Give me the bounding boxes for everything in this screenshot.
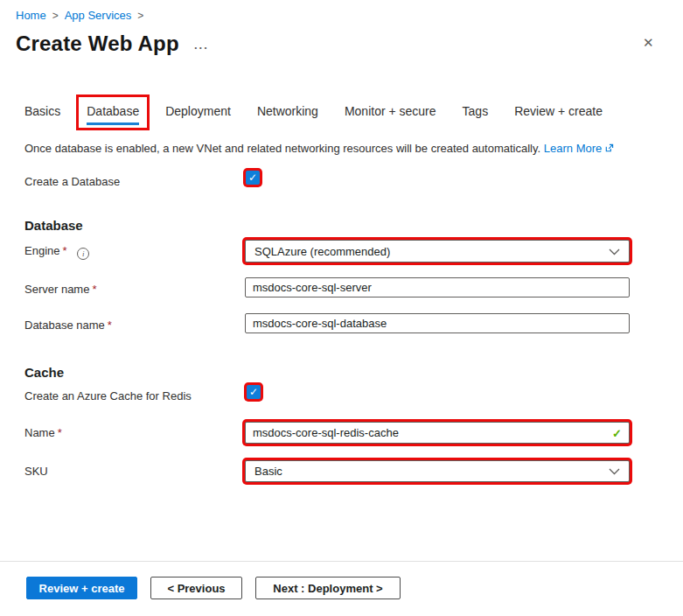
- database-name-label: Database name*: [24, 318, 112, 332]
- chevron-down-icon: [609, 245, 620, 258]
- create-redis-label: Create an Azure Cache for Redis: [24, 389, 192, 402]
- required-asterisk: *: [92, 283, 96, 296]
- next-deployment-button[interactable]: Next : Deployment >: [255, 577, 401, 599]
- sku-select[interactable]: Basic: [245, 460, 630, 482]
- tab-database-annotation-box: Database: [76, 94, 150, 130]
- server-name-input[interactable]: [245, 277, 630, 298]
- external-link-icon: [604, 143, 614, 156]
- vnet-notice: Once database is enabled, a new VNet and…: [24, 142, 614, 156]
- engine-label: Engine* i: [24, 244, 89, 260]
- create-database-checkbox[interactable]: ✓: [246, 171, 260, 185]
- breadcrumb-app-services[interactable]: App Services: [65, 9, 132, 22]
- tab-review-create[interactable]: Review + create: [514, 102, 603, 120]
- database-section-header: Database: [24, 218, 83, 233]
- tab-monitor-secure[interactable]: Monitor + secure: [345, 102, 436, 120]
- sku-label: SKU: [24, 465, 48, 478]
- breadcrumb-separator-icon: >: [52, 10, 59, 22]
- create-web-app-page: Home > App Services > Create Web App ...…: [0, 0, 683, 616]
- tab-database[interactable]: Database: [87, 104, 139, 118]
- create-database-label: Create a Database: [24, 175, 120, 188]
- more-options-icon[interactable]: ...: [194, 38, 209, 52]
- required-asterisk: *: [108, 318, 112, 332]
- required-asterisk: *: [62, 244, 66, 257]
- create-redis-checkbox[interactable]: ✓: [247, 385, 261, 399]
- engine-select[interactable]: SQLAzure (recommended): [245, 240, 630, 262]
- breadcrumb-home[interactable]: Home: [16, 9, 46, 22]
- required-asterisk: *: [58, 426, 62, 439]
- footer-divider: [0, 561, 683, 562]
- cache-section-header: Cache: [24, 365, 64, 380]
- vnet-notice-text: Once database is enabled, a new VNet and…: [24, 142, 540, 155]
- page-title: Create Web App: [16, 32, 179, 56]
- review-create-button[interactable]: Review + create: [26, 577, 137, 599]
- tab-deployment[interactable]: Deployment: [165, 102, 231, 120]
- tab-networking[interactable]: Networking: [257, 102, 318, 120]
- tab-basics[interactable]: Basics: [24, 102, 60, 120]
- checkmark-icon: ✓: [248, 172, 257, 183]
- server-name-label: Server name*: [24, 283, 96, 296]
- close-icon[interactable]: ✕: [643, 36, 654, 49]
- active-tab-underline: [87, 122, 139, 125]
- previous-button[interactable]: < Previous: [150, 577, 242, 599]
- chevron-down-icon: [609, 465, 620, 478]
- tab-tags[interactable]: Tags: [463, 102, 489, 120]
- validation-check-icon: ✓: [612, 427, 622, 440]
- breadcrumb-separator-icon: >: [137, 10, 143, 22]
- cache-name-input[interactable]: [245, 422, 630, 444]
- cache-name-label: Name*: [24, 426, 62, 439]
- breadcrumb: Home > App Services >: [16, 9, 143, 22]
- wizard-tabs: Basics Database Deployment Networking Mo…: [24, 102, 603, 120]
- checkmark-icon: ✓: [249, 387, 258, 397]
- database-name-input[interactable]: [245, 313, 630, 333]
- engine-select-value: SQLAzure (recommended): [254, 245, 390, 258]
- info-icon[interactable]: i: [77, 248, 89, 260]
- sku-select-value: Basic: [254, 465, 282, 478]
- learn-more-link[interactable]: Learn More: [544, 142, 602, 155]
